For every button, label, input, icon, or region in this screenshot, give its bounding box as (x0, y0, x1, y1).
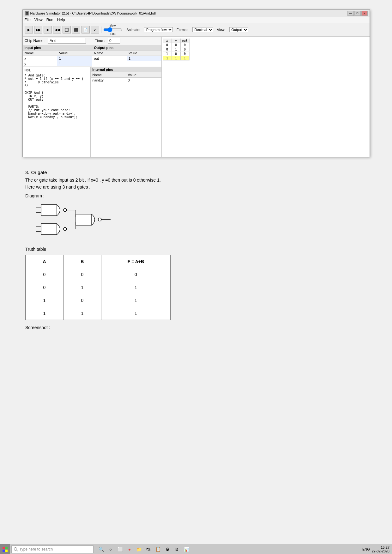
tt-col-y: y (172, 39, 181, 43)
hdl-code[interactable]: * And gate: * out = 1 if (x == 1 and y =… (25, 74, 88, 119)
search-box[interactable]: Type here to search (11, 545, 93, 553)
internal-pin-value[interactable]: 0 (126, 78, 161, 83)
tt-y-3: 1 (172, 56, 181, 60)
tt-row-0: 0 0 0 (163, 43, 190, 47)
toolbar-btn-8[interactable]: ✔ (91, 26, 99, 33)
taskbar-icon-taskview[interactable]: ⬜ (116, 545, 124, 553)
taskbar-icons: 🔍 ○ ⬜ ● 📁 🛍 📋 ⚙ 🖥 📊 (97, 545, 190, 553)
pins-section: Input pins Name Value x 1 y 1 (23, 45, 161, 67)
svg-rect-15 (3, 547, 5, 549)
pin-out-value[interactable]: 1 (127, 56, 161, 61)
truth-col-a: A (26, 255, 63, 268)
taskbar-icon-app4[interactable]: 📊 (183, 545, 190, 553)
tt-x-2: 1 (163, 52, 172, 56)
speed-slider[interactable] (103, 27, 122, 32)
svg-point-8 (63, 227, 67, 231)
input-col-name: Name (23, 51, 57, 56)
hdl-section: HDL * And gate: * out = 1 if (x == 1 and… (23, 67, 161, 157)
taskbar-icon-app2[interactable]: ⚙ (164, 545, 171, 553)
input-pins-panel: Input pins Name Value x 1 y 1 (23, 45, 92, 67)
tt-y-0: 0 (172, 43, 181, 47)
tt-row-1: 0 1 0 (163, 47, 190, 52)
taskbar-icon-app3[interactable]: 🖥 (173, 545, 181, 553)
toolbar-btn-5[interactable]: 🔲 (63, 26, 71, 33)
menu-help[interactable]: Help (57, 18, 65, 22)
doc-content: 3. Or gate : The or gate take input as 2… (6, 163, 386, 336)
menu-run[interactable]: Run (46, 18, 53, 22)
titlebar-buttons: — □ × (347, 11, 368, 16)
menu-view[interactable]: View (34, 18, 43, 22)
truth-f-0: 0 (101, 268, 170, 281)
truth-table: A B F = A+B 0 0 0 0 1 1 (25, 255, 171, 320)
toolbar-right: Animate: Program flow Format: Decimal Vi… (127, 27, 248, 32)
time-input[interactable] (108, 38, 120, 44)
truth-header-row: A B F = A+B (26, 255, 171, 268)
tt-y-1: 1 (172, 47, 181, 51)
truth-col-b: B (63, 255, 101, 268)
time-label: Time : (95, 39, 105, 43)
svg-rect-5 (41, 224, 57, 235)
internal-pins-panel: Internal pins Name Value nandxy 0 (91, 67, 161, 157)
menubar: File View Run Help (23, 17, 370, 23)
maximize-button[interactable]: □ (354, 11, 361, 16)
truth-f-2: 1 (101, 294, 170, 307)
section3: 3. Or gate : The or gate take input as 2… (25, 170, 367, 330)
svg-rect-10 (76, 214, 92, 225)
pin-y-value[interactable]: 1 (57, 61, 92, 66)
taskbar-icon-cortana[interactable]: ○ (107, 545, 114, 553)
sim-body: Chip Name : Time : Input pins Name Value… (23, 37, 370, 157)
toolbar-btn-2[interactable]: ▶▶ (34, 26, 42, 33)
svg-rect-16 (5, 547, 8, 549)
minimize-button[interactable]: — (347, 11, 354, 16)
tt-x-0: 0 (163, 43, 172, 47)
tt-x-3: 1 (163, 56, 172, 60)
or-gate-diagram (35, 202, 367, 240)
close-button[interactable]: × (361, 11, 368, 16)
taskbar-icon-store[interactable]: 🛍 (145, 545, 152, 553)
truth-row-1: 0 1 1 (26, 281, 171, 294)
truth-f-3: 1 (101, 307, 170, 320)
toolbar-btn-1[interactable]: ▶ (25, 26, 33, 33)
taskbar-date: 27-02-2020 (372, 549, 389, 553)
taskbar-icon-app1[interactable]: 📋 (154, 545, 162, 553)
input-pins-col-header: Name Value (23, 51, 92, 56)
toolbar-btn-stop[interactable]: ■ (44, 26, 52, 33)
taskbar-icon-chrome[interactable]: ● (126, 545, 133, 553)
section-desc1: The or gate take input as 2 bit , if x=0… (25, 178, 367, 183)
internal-col-value: Value (126, 72, 161, 77)
start-button[interactable] (0, 544, 10, 554)
internal-pin-name: nandxy (91, 78, 126, 83)
chip-name-label: Chip Name : (25, 39, 46, 43)
output-pins-panel: Output pins Name Value out 1 (92, 45, 161, 67)
view-select[interactable]: Output (229, 27, 248, 32)
toolbar-btn-back[interactable]: ◀◀ (53, 26, 61, 33)
taskbar: Type here to search 🔍 ○ ⬜ ● 📁 🛍 📋 ⚙ 🖥 📊 … (0, 544, 392, 554)
section-number: 3. (25, 170, 29, 175)
tt-out-1: 0 (181, 47, 190, 51)
tt-row-2: 1 0 0 (163, 52, 190, 56)
internal-col-name: Name (91, 72, 126, 77)
chip-name-input[interactable] (48, 38, 86, 44)
animate-label: Animate: (127, 28, 140, 32)
taskbar-right: ENG 15:27 27-02-2020 (362, 545, 392, 553)
tt-x-1: 0 (163, 47, 172, 51)
taskbar-icon-folder[interactable]: 📁 (135, 545, 143, 553)
menu-file[interactable]: File (25, 18, 31, 22)
search-placeholder: Type here to search (19, 547, 53, 551)
animate-select[interactable]: Program flow (144, 27, 173, 32)
format-label: Format: (177, 28, 189, 32)
svg-point-3 (63, 208, 67, 212)
tt-out-2: 0 (181, 52, 190, 56)
svg-line-20 (17, 550, 18, 551)
truth-table-container: A B F = A+B 0 0 0 0 1 1 (25, 255, 367, 320)
taskbar-icon-search[interactable]: 🔍 (97, 545, 105, 553)
toolbar-btn-7[interactable]: 📄 (81, 26, 90, 33)
toolbar-btn-6[interactable]: ⬛ (72, 26, 80, 33)
tt-col-out: out (181, 39, 190, 43)
internal-pin-nandxy: nandxy 0 (91, 78, 161, 83)
format-select[interactable]: Decimal (192, 27, 213, 32)
truth-a-0: 0 (26, 268, 63, 281)
pin-x-value[interactable]: 1 (57, 56, 92, 61)
speed-slow-label: Slow (110, 24, 116, 27)
tt-col-x: x (163, 39, 172, 43)
